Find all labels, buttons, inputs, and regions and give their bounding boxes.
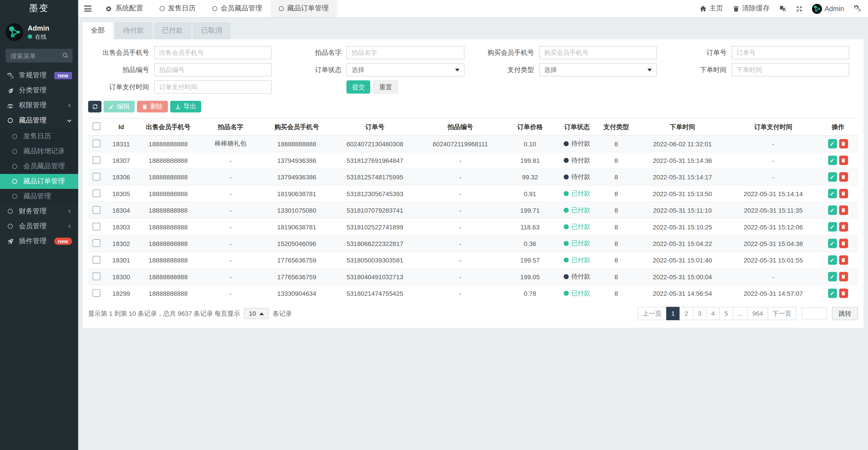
refresh-icon — [92, 103, 98, 109]
reset-button[interactable]: 重置 — [373, 81, 398, 94]
订单号-input[interactable] — [732, 46, 849, 59]
form-field: 购买会员手机号 — [473, 46, 665, 59]
row-delete-button[interactable] — [839, 272, 848, 282]
filter-tab-0[interactable]: 全部 — [83, 22, 113, 39]
row-edit-button[interactable] — [828, 139, 837, 149]
row-edit-button[interactable] — [828, 156, 837, 165]
row-checkbox[interactable] — [93, 239, 100, 247]
settings-button[interactable] — [854, 5, 861, 12]
row-delete-button[interactable] — [839, 139, 848, 149]
export-button[interactable]: 导出 — [170, 101, 201, 112]
row-delete-button[interactable] — [839, 222, 848, 232]
submit-button[interactable]: 提交 — [346, 81, 370, 94]
status-badge: 待付款 — [564, 272, 591, 281]
row-checkbox[interactable] — [93, 206, 100, 214]
field-label: 订单状态 — [281, 65, 342, 74]
row-checkbox[interactable] — [93, 222, 100, 230]
出售会员手机号-input[interactable] — [154, 46, 272, 59]
row-edit-button[interactable] — [828, 272, 837, 282]
下单时间-input[interactable] — [732, 63, 849, 76]
pencil-icon — [830, 224, 835, 229]
row-delete-button[interactable] — [839, 205, 848, 215]
form-field: 拍品名字 — [281, 46, 473, 59]
row-checkbox[interactable] — [93, 272, 100, 280]
购买会员手机号-input[interactable] — [539, 46, 656, 59]
row-delete-button[interactable] — [839, 172, 848, 182]
row-checkbox[interactable] — [93, 256, 100, 263]
table-header-row: Id出售会员手机号拍品名字购买会员手机号订单号拍品编号订单价格订单状态支付类型下… — [88, 118, 858, 135]
row-delete-button[interactable] — [839, 289, 848, 298]
jump-button[interactable]: 跳转 — [832, 307, 858, 320]
refresh-button[interactable] — [88, 101, 101, 112]
page-button-5[interactable]: 5 — [719, 307, 733, 320]
row-edit-button[interactable] — [828, 189, 837, 198]
filter-tab-3[interactable]: 已取消 — [193, 22, 230, 39]
订单状态-select[interactable]: 选择 — [346, 63, 464, 76]
sidebar-subitem-2[interactable]: 会员藏品管理 — [0, 159, 78, 174]
nav-tab-1[interactable]: 发售日历 — [151, 0, 204, 17]
row-edit-button[interactable] — [828, 222, 837, 232]
filter-tab-1[interactable]: 待付款 — [115, 22, 152, 39]
sidebar-subitem-1[interactable]: 藏品转增记录 — [0, 144, 78, 159]
page-button-...[interactable]: ... — [733, 307, 748, 320]
page-button-964[interactable]: 964 — [747, 307, 768, 320]
row-delete-button[interactable] — [839, 255, 848, 265]
delete-button[interactable]: 删除 — [137, 101, 168, 112]
row-checkbox[interactable] — [93, 189, 100, 197]
sidebar-item-0[interactable]: 常规管理new — [0, 68, 78, 83]
row-delete-button[interactable] — [839, 156, 848, 165]
page-button-3[interactable]: 3 — [692, 307, 706, 320]
nav-tab-2[interactable]: 会员藏品管理 — [204, 0, 270, 17]
user-menu[interactable]: Admin — [812, 4, 844, 13]
column-header: 订单状态 — [558, 118, 596, 135]
订单支付时间-input[interactable] — [154, 81, 272, 94]
language-button[interactable] — [779, 5, 786, 12]
row-checkbox[interactable] — [93, 139, 100, 147]
拍品名字-input[interactable] — [346, 46, 464, 59]
next-page-button[interactable]: 下一页 — [767, 307, 796, 320]
row-checkbox[interactable] — [93, 172, 100, 180]
filter-tab-2[interactable]: 已付款 — [154, 22, 191, 39]
jump-page-input[interactable] — [802, 307, 827, 320]
row-edit-button[interactable] — [828, 289, 837, 298]
status-badge: 已付款 — [564, 206, 591, 215]
sidebar-item-5[interactable]: 会员管理 — [0, 219, 78, 234]
nav-tab-0[interactable]: 系统配置 — [97, 0, 151, 17]
prev-page-button[interactable]: 上一页 — [638, 307, 666, 320]
page-button-2[interactable]: 2 — [679, 307, 693, 320]
pencil-icon — [830, 208, 835, 213]
支付类型-select[interactable]: 选择 — [539, 63, 656, 76]
fullscreen-button[interactable] — [796, 5, 802, 12]
sidebar-item-4[interactable]: 财务管理 — [0, 204, 78, 219]
page-size-select[interactable]: 10 — [244, 308, 269, 319]
拍品编号-input[interactable] — [154, 63, 272, 76]
pencil-icon — [830, 174, 835, 180]
row-edit-button[interactable] — [828, 172, 837, 182]
select-all-checkbox[interactable] — [93, 123, 100, 130]
status-badge: 已付款 — [564, 223, 591, 231]
field-label: 拍品编号 — [88, 65, 149, 74]
row-delete-button[interactable] — [839, 239, 848, 248]
row-edit-button[interactable] — [828, 239, 837, 248]
table-footer: 显示第 1 到第 10 条记录，总共 9637 条记录 每页显示 10 条记录 … — [88, 307, 858, 320]
row-edit-button[interactable] — [828, 255, 837, 265]
hamburger-icon[interactable] — [78, 0, 97, 17]
home-link[interactable]: 主页 — [699, 4, 723, 13]
clear-cache-button[interactable]: 清除缓存 — [733, 4, 770, 13]
sidebar-item-1[interactable]: 分类管理 — [0, 83, 78, 98]
page-button-4[interactable]: 4 — [706, 307, 720, 320]
sidebar-subitem-3[interactable]: 藏品订单管理 — [0, 174, 78, 189]
sidebar-item-6[interactable]: 插件管理new — [0, 234, 78, 249]
table-row: 1830718888888888-13794936386531812769196… — [88, 152, 858, 168]
row-delete-button[interactable] — [839, 189, 848, 198]
sidebar-item-2[interactable]: 权限管理 — [0, 98, 78, 113]
row-edit-button[interactable] — [828, 205, 837, 215]
edit-button[interactable]: 编辑 — [103, 101, 135, 112]
sidebar-subitem-4[interactable]: 藏品管理 — [0, 189, 78, 204]
page-button-1[interactable]: 1 — [666, 307, 680, 320]
row-checkbox[interactable] — [93, 156, 100, 163]
sidebar-subitem-0[interactable]: 发售日历 — [0, 129, 78, 144]
nav-tab-3[interactable]: 藏品订单管理 — [271, 0, 337, 17]
row-checkbox[interactable] — [93, 289, 100, 296]
sidebar-item-3[interactable]: 藏品管理 — [0, 113, 78, 128]
